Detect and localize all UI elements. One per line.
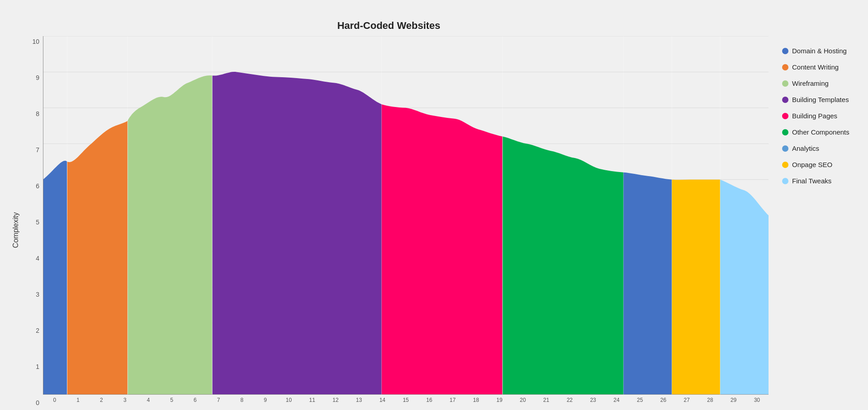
chart-plot-area: 0123456789101112131415161718192021222324… [43,36,769,410]
x-tick: 18 [464,397,488,410]
chart-title: Hard-Coded Websites [9,20,769,32]
chart-wrapper: Hard-Coded Websites Complexity 109876543… [9,11,859,399]
x-tick: 8 [230,397,254,410]
legend-item: Wireframing [782,79,859,88]
main-chart-svg [43,36,769,395]
legend-label: Analytics [792,144,819,153]
x-tick: 11 [301,397,324,410]
x-tick: 14 [371,397,394,410]
legend-item: Onpage SEO [782,161,859,169]
y-tick: 9 [25,75,43,81]
legend-item: Analytics [782,144,859,153]
legend-label: Domain & Hosting [792,47,847,55]
x-tick: 25 [628,397,652,410]
y-tick: 1 [25,363,43,370]
y-axis-label: Complexity [9,36,23,410]
y-tick: 5 [25,219,43,225]
x-tick: 21 [534,397,558,410]
legend-item: Final Tweaks [782,177,859,185]
y-tick: 7 [25,147,43,153]
svg-container [43,36,769,395]
legend-label: Building Templates [792,96,849,104]
y-tick: 6 [25,183,43,189]
chart-area: Hard-Coded Websites Complexity 109876543… [9,20,769,399]
x-tick: 20 [511,397,535,410]
legend-dot [782,162,788,168]
y-tick: 3 [25,291,43,298]
x-tick: 28 [698,397,722,410]
x-tick: 2 [90,397,113,410]
legend-dot [782,145,788,152]
legend: Domain & HostingContent WritingWireframi… [769,20,859,185]
x-tick: 22 [558,397,581,410]
y-tick: 4 [25,255,43,261]
y-tick: 0 [25,400,43,406]
legend-label: Other Components [792,128,849,136]
legend-item: Content Writing [782,63,859,71]
x-tick: 24 [605,397,628,410]
x-tick: 7 [207,397,230,410]
y-tick: 2 [25,327,43,334]
x-tick: 9 [254,397,277,410]
legend-dot [782,64,788,70]
x-tick: 3 [113,397,137,410]
legend-dot [782,48,788,54]
chart-container: Hard-Coded Websites Complexity 109876543… [0,0,868,410]
x-tick: 19 [488,397,511,410]
y-axis: 109876543210 [25,36,43,410]
legend-item: Domain & Hosting [782,47,859,55]
y-tick: 8 [25,111,43,117]
x-tick: 0 [43,397,66,410]
legend-dot [782,129,788,135]
x-tick: 17 [441,397,464,410]
x-tick: 29 [722,397,745,410]
x-tick: 30 [745,397,769,410]
legend-item: Building Templates [782,96,859,104]
x-tick: 4 [137,397,160,410]
legend-dot [782,113,788,119]
x-tick: 1 [66,397,90,410]
x-axis-labels: 0123456789101112131415161718192021222324… [43,397,769,410]
x-tick: 12 [324,397,347,410]
x-tick: 23 [581,397,605,410]
x-tick: 16 [418,397,441,410]
x-tick: 10 [277,397,301,410]
x-tick: 15 [394,397,418,410]
x-tick: 27 [675,397,698,410]
legend-dot [782,97,788,103]
legend-item: Other Components [782,128,859,136]
y-tick: 10 [25,38,43,45]
legend-dot [782,80,788,87]
legend-label: Wireframing [792,79,829,88]
legend-dot [782,178,788,184]
legend-label: Building Pages [792,112,837,120]
legend-item: Building Pages [782,112,859,120]
x-tick: 26 [651,397,675,410]
chart-inner: Complexity 109876543210 [9,36,769,410]
x-tick: 5 [160,397,184,410]
legend-label: Content Writing [792,63,839,71]
legend-label: Final Tweaks [792,177,831,185]
legend-label: Onpage SEO [792,161,832,169]
x-tick: 13 [347,397,371,410]
x-tick: 6 [184,397,207,410]
